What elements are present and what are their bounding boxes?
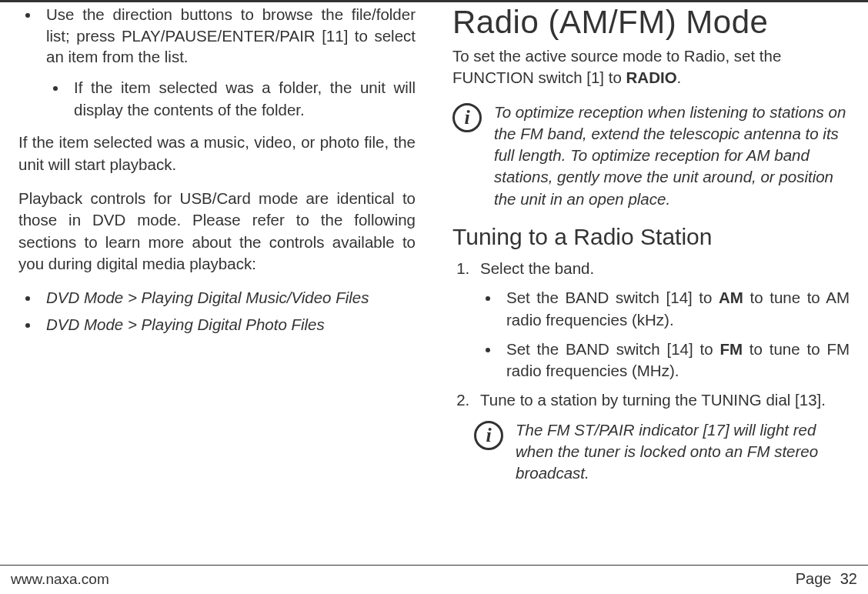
step-text: Set the BAND switch [14] to [506,340,719,358]
footer-url: www.naxa.com [11,571,109,588]
list-item: If the item selected was a folder, the u… [68,77,416,121]
page-number: 32 [840,570,857,587]
list-item: Use the direction buttons to browse the … [40,4,416,121]
page-body: Use the direction buttons to browse the … [0,2,868,564]
paragraph: If the item selected was a music, video,… [18,132,416,175]
browse-list: Use the direction buttons to browse the … [18,4,416,121]
intro-text: . [677,68,682,86]
list-item: DVD Mode > Playing Digital Photo Files [40,314,416,336]
section-title: Radio (AM/FM) Mode [452,4,850,41]
page-footer: www.naxa.com Page 32 [0,565,868,594]
subsection-title: Tuning to a Radio Station [452,224,850,250]
info-icon: i [474,421,503,450]
sub-list: Set the BAND switch [14] to AM to tune t… [480,287,850,382]
intro-text: To set the active source mode to Radio, … [452,47,781,86]
steps-list: Select the band. Set the BAND switch [14… [452,258,850,412]
list-item: DVD Mode > Playing Digital Music/Video F… [40,287,416,309]
list-item: Set the BAND switch [14] to AM to tune t… [500,287,850,331]
sub-list: If the item selected was a folder, the u… [46,77,416,121]
info-icon: i [452,103,482,132]
right-column: Radio (AM/FM) Mode To set the active sou… [434,2,868,564]
footer-page: Page 32 [796,570,857,588]
info-text: The FM ST/PAIR indicator [17] will light… [516,419,850,485]
info-callout: i The FM ST/PAIR indicator [17] will lig… [474,419,850,485]
page-label: Page [796,570,832,587]
info-callout: i To optimize reception when listening t… [452,102,850,210]
bullet-text: Use the direction buttons to browse the … [46,5,416,65]
list-item: Select the band. Set the BAND switch [14… [474,258,850,382]
step-text: Select the band. [480,259,594,277]
left-column: Use the direction buttons to browse the … [0,2,434,564]
list-item: Set the BAND switch [14] to FM to tune t… [500,339,850,382]
info-text: To optimize reception when listening to … [494,102,850,210]
step-bold: AM [719,289,743,306]
paragraph: Playback controls for USB/Card mode are … [18,188,416,275]
step-text: Set the BAND switch [14] to [506,289,719,306]
intro-paragraph: To set the active source mode to Radio, … [452,45,850,89]
reference-list: DVD Mode > Playing Digital Music/Video F… [18,287,416,335]
step-bold: FM [719,340,743,358]
intro-bold: RADIO [626,68,677,86]
list-item: Tune to a station by turning the TUNING … [474,389,850,411]
